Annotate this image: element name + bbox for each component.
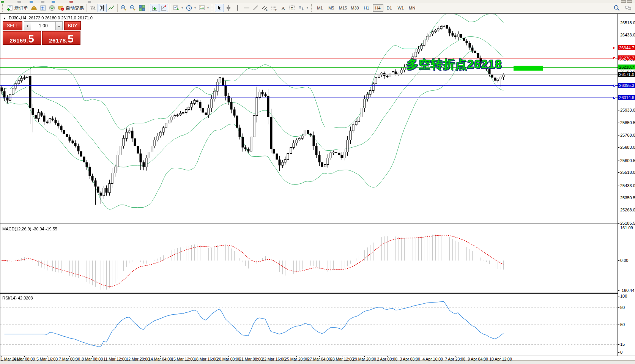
templates-button[interactable]: ▼ (197, 4, 210, 12)
resistance-line-1-handle[interactable] (613, 47, 615, 49)
label-button[interactable]: T (288, 4, 297, 12)
price-tick-label: 25768.0 (620, 133, 635, 137)
periods-button[interactable]: ▼ (184, 4, 197, 12)
bar-chart-button[interactable] (88, 4, 98, 12)
bar-chart-icon (90, 5, 96, 11)
volume-input[interactable] (31, 21, 55, 30)
new-order-button[interactable]: 新订单 (5, 4, 29, 12)
sell-button[interactable]: SELL (3, 21, 22, 30)
rsi-tick-mark (618, 307, 619, 308)
rsi-panel-canvas[interactable] (0, 294, 618, 356)
support-line-1-handle[interactable] (613, 85, 615, 87)
label-icon: T (289, 5, 296, 11)
auto-scroll-button[interactable] (150, 4, 159, 12)
zoom-in-icon (120, 5, 127, 11)
search-button[interactable] (612, 4, 621, 12)
price-tick-mark (618, 198, 619, 198)
chart-window-left-border (0, 13, 0, 360)
sell-price-button[interactable]: 26169.5 (3, 31, 41, 45)
search-icon (613, 5, 620, 11)
pivot-highlight-bar[interactable] (514, 66, 543, 71)
text-button[interactable]: A (279, 4, 288, 12)
resistance-line-2-price-badge: 26276.7 (618, 55, 635, 60)
collapse-triangle-icon[interactable]: ▲ (3, 17, 6, 20)
main-chart-canvas[interactable] (0, 14, 618, 224)
price-tick-mark (618, 23, 619, 23)
support-line-1[interactable] (0, 85, 618, 86)
resistance-line-1[interactable] (0, 48, 618, 48)
menu-icon-fragment (1, 1, 4, 3)
time-axis-label: 7 Mar 00:00 (59, 357, 80, 361)
toolbar-sep (117, 4, 118, 12)
buy-button[interactable]: BUY (64, 21, 81, 30)
time-axis-label: 12 Mar 20:00 (126, 357, 150, 361)
toolbar-grip (212, 4, 213, 12)
main-macd-splitter[interactable] (0, 224, 635, 224)
resistance-line-2[interactable] (0, 58, 618, 58)
macd-axis-label: 161.09 (620, 225, 633, 230)
chevron-down-icon: ▼ (194, 7, 196, 9)
autotrading-button[interactable]: 自动交易 (57, 4, 85, 12)
zoom-in-button[interactable] (119, 4, 128, 12)
time-axis-label: 27 Mar 04:00 (307, 357, 331, 361)
channel-button[interactable]: E (260, 4, 269, 12)
candle-chart-button[interactable] (98, 4, 107, 12)
hline-icon (243, 5, 250, 11)
price-tick-mark (618, 123, 619, 123)
window-close-button[interactable] (627, 0, 632, 3)
market-watch-button[interactable] (29, 4, 38, 12)
autotrading-icon (58, 5, 65, 11)
market-watch-icon (30, 5, 37, 11)
support-line-2-price-badge: 26014.6 (618, 95, 635, 100)
sell-price-pip: 5 (28, 35, 34, 44)
price-tick-mark (618, 210, 619, 210)
timeframe-w1-button[interactable]: W1 (395, 4, 406, 12)
cursor-button[interactable] (215, 4, 224, 12)
macd-panel-canvas[interactable] (0, 225, 618, 292)
window-restore-button[interactable] (621, 0, 626, 3)
macd-tick-mark (618, 260, 619, 261)
pivot-line-price-badge: 26218.7 (618, 65, 635, 69)
timeframe-d1-button[interactable]: D1 (384, 4, 395, 12)
vline-button[interactable] (233, 4, 242, 12)
fibonacci-button[interactable]: F (269, 4, 279, 12)
resistance-line-2-handle[interactable] (613, 57, 615, 59)
time-axis-label: 7 Apr 23:00 (445, 357, 465, 361)
shapes-button[interactable]: ▼ (297, 4, 310, 12)
tile-windows-button[interactable] (137, 4, 147, 12)
timeframe-mn-button[interactable]: MN (407, 4, 418, 12)
chart-ohlc: 26172.0 26180.0 26171.0 26171.0 (29, 16, 93, 20)
timeframe-h4-button[interactable]: H4 (373, 4, 383, 12)
indicators-button[interactable]: ▼ (172, 4, 184, 12)
svg-text:E: E (266, 8, 268, 11)
terminal-button[interactable] (47, 4, 57, 12)
hline-button[interactable] (242, 4, 251, 12)
timeframe-h1-button[interactable]: H1 (361, 4, 372, 12)
zoom-out-button[interactable] (128, 4, 137, 12)
macd-rsi-splitter[interactable] (0, 293, 635, 293)
toolbar-grip (2, 4, 4, 12)
volume-decrease-button[interactable]: ▼ (24, 21, 31, 30)
chat-button[interactable] (624, 4, 633, 12)
support-line-2[interactable] (0, 98, 618, 98)
support-line-2-handle[interactable] (613, 97, 615, 99)
crosshair-button[interactable] (224, 4, 233, 12)
crosshair-icon (225, 5, 232, 11)
auto-scroll-icon (151, 5, 158, 11)
timeframe-m1-button[interactable]: M1 (315, 4, 325, 12)
menu-icon-fragment (88, 1, 91, 3)
buy-price-button[interactable]: 26178.5 (42, 31, 80, 45)
chart-shift-button[interactable] (159, 4, 168, 12)
navigator-button[interactable] (38, 4, 47, 12)
volume-increase-button[interactable]: ▲ (55, 21, 63, 30)
timeframe-m30-button[interactable]: M30 (349, 4, 360, 12)
fibonacci-icon: F (271, 5, 277, 11)
bid-price-line[interactable] (0, 74, 618, 75)
timeframe-m15-button[interactable]: M15 (337, 4, 348, 12)
trendline-button[interactable] (251, 4, 260, 12)
price-tick-mark (618, 135, 619, 136)
time-axis-label: 21 Mar 08:00 (239, 357, 263, 361)
chart-annotation-text[interactable]: 多空转折点26218 (407, 57, 502, 72)
timeframe-m5-button[interactable]: M5 (326, 4, 337, 12)
line-chart-button[interactable] (107, 4, 116, 12)
